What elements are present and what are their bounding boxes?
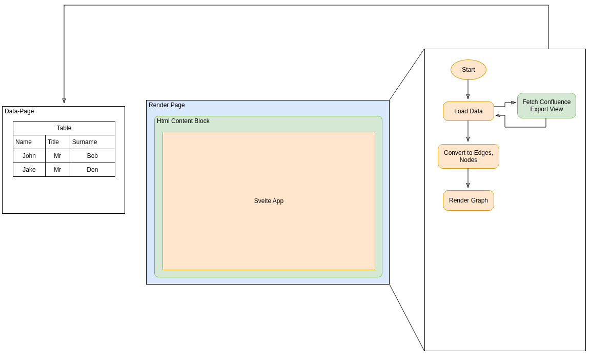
data-page-label: Data-Page bbox=[5, 108, 34, 115]
col-surname: Surname bbox=[70, 135, 115, 149]
flow-start: Start bbox=[451, 59, 486, 80]
table-row: Jake Mr Don bbox=[13, 163, 115, 177]
svg-line-1 bbox=[390, 49, 424, 100]
cell: Bob bbox=[70, 149, 115, 163]
flow-load-data: Load Data bbox=[443, 102, 494, 121]
render-page-label: Render Page bbox=[149, 102, 185, 109]
cell: Jake bbox=[13, 163, 46, 177]
table-row: John Mr Bob bbox=[13, 149, 115, 163]
flow-render: Render Graph bbox=[443, 190, 494, 211]
table-title: Table bbox=[13, 122, 115, 135]
cell: Mr bbox=[45, 163, 70, 177]
svelte-app-label: Svelte App bbox=[254, 197, 283, 205]
flow-fetch-label: Fetch Confluence Export View bbox=[520, 98, 574, 113]
svelte-app-block: Svelte App bbox=[162, 132, 375, 270]
col-name: Name bbox=[13, 135, 46, 149]
flow-panel: Start Load Data Fetch Confluence Export … bbox=[424, 49, 586, 351]
data-table: Table Name Title Surname John Mr Bob Jak… bbox=[13, 121, 115, 177]
cell: Don bbox=[70, 163, 115, 177]
col-title: Title bbox=[45, 135, 70, 149]
svg-line-2 bbox=[390, 285, 424, 351]
html-block-label: Html Content Block bbox=[157, 117, 210, 125]
flow-fetch: Fetch Confluence Export View bbox=[517, 93, 576, 118]
data-page-container: Data-Page Table Name Title Surname John … bbox=[2, 106, 125, 214]
flow-convert: Convert to Edges, Nodes bbox=[438, 144, 499, 169]
flow-load-data-label: Load Data bbox=[454, 108, 482, 115]
flow-convert-label: Convert to Edges, Nodes bbox=[440, 149, 497, 164]
flow-render-label: Render Graph bbox=[449, 197, 488, 204]
flow-start-label: Start bbox=[462, 66, 475, 73]
cell: John bbox=[13, 149, 46, 163]
cell: Mr bbox=[45, 149, 70, 163]
html-content-block: Html Content Block Svelte App bbox=[154, 116, 382, 277]
render-page-container: Render Page Html Content Block Svelte Ap… bbox=[146, 100, 390, 285]
